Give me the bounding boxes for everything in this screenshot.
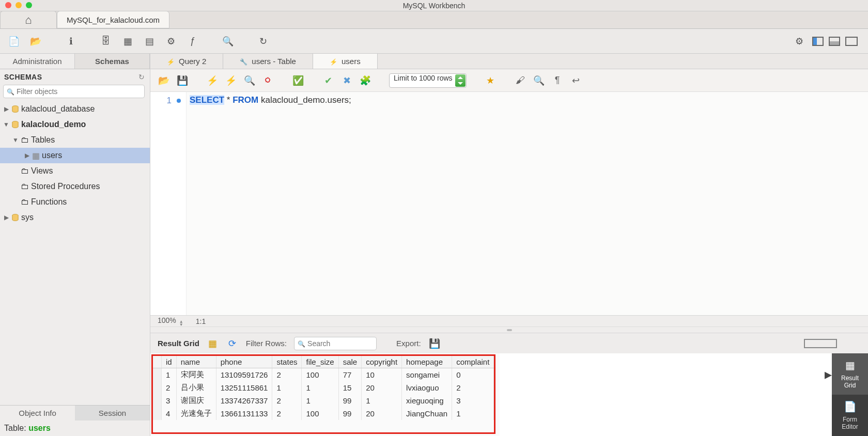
execute-current-icon[interactable]: ⚡ bbox=[225, 74, 237, 87]
toggle-secondary-icon[interactable] bbox=[845, 37, 858, 46]
find-icon[interactable]: 🔍 bbox=[533, 74, 545, 87]
tab-users-table[interactable]: users - Table bbox=[223, 54, 313, 69]
chevron-down-icon[interactable]: ▼ bbox=[3, 121, 9, 128]
cell[interactable]: 2 bbox=[272, 394, 302, 407]
column-header[interactable]: sale bbox=[338, 356, 362, 368]
column-header[interactable]: file_size bbox=[302, 356, 338, 368]
tab-administration[interactable]: Administration bbox=[0, 54, 74, 69]
settings-gear-icon[interactable]: ⚙ bbox=[792, 34, 807, 49]
filter-rows-input[interactable] bbox=[294, 337, 377, 350]
result-tab-grid[interactable]: ▦ Result Grid bbox=[832, 353, 868, 395]
open-file-icon[interactable]: 📂 bbox=[158, 74, 170, 87]
cell[interactable]: 2 bbox=[272, 407, 302, 420]
schema-node-kalacloud-demo[interactable]: ▼ kalacloud_demo bbox=[0, 117, 150, 132]
zoom-level[interactable]: 100%▲▼ bbox=[158, 316, 183, 326]
cell[interactable]: 3 bbox=[162, 394, 177, 407]
tab-users-query[interactable]: users bbox=[313, 54, 378, 69]
favorite-icon[interactable]: ★ bbox=[484, 74, 497, 87]
minimize-icon[interactable] bbox=[16, 2, 22, 8]
cell[interactable]: 2 bbox=[272, 368, 302, 382]
schema-node-sys[interactable]: ▶ sys bbox=[0, 210, 150, 225]
cell[interactable]: 4 bbox=[162, 407, 177, 420]
column-header[interactable]: id bbox=[162, 356, 177, 368]
grid-view-icon[interactable]: ▦ bbox=[207, 337, 219, 350]
cell[interactable]: 20 bbox=[362, 407, 402, 420]
column-header[interactable]: phone bbox=[216, 356, 272, 368]
cell[interactable]: 1 bbox=[272, 381, 302, 394]
cell[interactable]: lvxiaoguo bbox=[402, 381, 452, 394]
cell[interactable]: 13374267337 bbox=[216, 394, 272, 407]
cell[interactable]: 2 bbox=[162, 381, 177, 394]
close-icon[interactable] bbox=[5, 2, 11, 8]
row-handle[interactable] bbox=[153, 394, 162, 407]
chevron-right-icon[interactable]: ▶ bbox=[24, 152, 30, 159]
chevron-right-icon[interactable]: ▶ bbox=[3, 214, 9, 221]
cell[interactable]: 13109591726 bbox=[216, 368, 272, 382]
table-row[interactable]: 1宋阿美1310959172621007710songamei0 bbox=[153, 368, 494, 382]
cell[interactable]: 100 bbox=[302, 368, 338, 382]
functions-folder[interactable]: ▶ 🗀 Functions bbox=[0, 194, 150, 210]
cell[interactable]: 1 bbox=[302, 381, 338, 394]
cell[interactable]: xieguoqing bbox=[402, 394, 452, 407]
tab-object-info[interactable]: Object Info bbox=[0, 406, 75, 421]
row-handle[interactable] bbox=[153, 381, 162, 394]
table-row[interactable]: 4光速兔子1366113113321009920JiangChuan1 bbox=[153, 407, 494, 420]
open-sql-file-icon[interactable]: 📂 bbox=[28, 34, 43, 49]
cell[interactable]: 13661131133 bbox=[216, 407, 272, 420]
zoom-icon[interactable] bbox=[26, 2, 32, 8]
breakpoint-dot-icon[interactable] bbox=[177, 99, 181, 103]
cell[interactable]: 2 bbox=[452, 381, 494, 394]
add-sp-icon[interactable]: ⚙ bbox=[163, 34, 179, 49]
chevron-right-icon[interactable]: ▶ bbox=[3, 105, 9, 113]
invisible-chars-icon[interactable]: ¶ bbox=[551, 74, 564, 87]
beautify-icon[interactable]: 🖌 bbox=[514, 74, 526, 87]
column-header[interactable]: states bbox=[272, 356, 302, 368]
cell[interactable]: 吕小果 bbox=[176, 381, 216, 394]
toggle-icon[interactable]: 🧩 bbox=[359, 74, 371, 87]
schema-filter[interactable] bbox=[3, 85, 145, 98]
inspector-icon[interactable]: ℹ bbox=[63, 34, 79, 49]
result-tab-form[interactable]: 📄 Form Editor bbox=[832, 395, 868, 436]
search-table-icon[interactable]: 🔍 bbox=[220, 34, 236, 49]
refresh-results-icon[interactable]: ⟳ bbox=[226, 337, 239, 350]
cell[interactable]: JiangChuan bbox=[402, 407, 452, 420]
new-sql-tab-icon[interactable]: 📄 bbox=[6, 34, 22, 49]
table-row[interactable]: 2吕小果13251115861111520lvxiaoguo2 bbox=[153, 381, 494, 394]
cell[interactable]: 1 bbox=[302, 394, 338, 407]
column-header[interactable]: copyright bbox=[362, 356, 402, 368]
wrap-icon[interactable]: ↩ bbox=[570, 74, 582, 87]
home-tab[interactable] bbox=[0, 11, 57, 28]
execute-icon[interactable]: ⚡ bbox=[206, 74, 219, 87]
commit-icon[interactable]: ✅ bbox=[292, 74, 304, 87]
cell[interactable]: 1 bbox=[162, 368, 177, 382]
add-schema-icon[interactable]: 🗄 bbox=[98, 34, 114, 49]
tab-session[interactable]: Session bbox=[75, 406, 150, 421]
table-row[interactable]: 3谢国庆1337426733721991xieguoqing3 bbox=[153, 394, 494, 407]
connection-tab[interactable]: MySQL_for_kalacloud.com bbox=[57, 11, 169, 28]
add-table-icon[interactable]: ▦ bbox=[120, 34, 135, 49]
filter-rows-field[interactable] bbox=[307, 339, 373, 348]
zoom-stepper-icon[interactable]: ▲▼ bbox=[179, 320, 183, 326]
horizontal-splitter[interactable] bbox=[150, 326, 868, 333]
cell[interactable]: 光速兔子 bbox=[176, 407, 216, 420]
column-header[interactable]: name bbox=[176, 356, 216, 368]
views-folder[interactable]: ▶ 🗀 Views bbox=[0, 163, 150, 179]
cell[interactable]: 77 bbox=[338, 368, 362, 382]
autocommit-off-icon[interactable]: ✖ bbox=[340, 74, 353, 87]
toggle-output-icon[interactable] bbox=[829, 37, 840, 46]
stored-procedures-folder[interactable]: ▶ 🗀 Stored Procedures bbox=[0, 179, 150, 194]
cell[interactable]: 99 bbox=[338, 407, 362, 420]
cell[interactable]: 15 bbox=[338, 381, 362, 394]
reconnect-icon[interactable]: ↻ bbox=[255, 34, 271, 49]
refresh-icon[interactable] bbox=[138, 72, 145, 82]
table-node-users[interactable]: ▶ users bbox=[0, 148, 150, 163]
toggle-field-types-icon[interactable] bbox=[804, 339, 837, 348]
cell[interactable]: 谢国庆 bbox=[176, 394, 216, 407]
cell[interactable]: 13251115861 bbox=[216, 381, 272, 394]
result-grid[interactable]: idnamephonestatesfile_sizesalecopyrighth… bbox=[153, 356, 494, 420]
schema-node-kalacloud-database[interactable]: ▶ kalacloud_database bbox=[0, 101, 150, 117]
cell[interactable]: 99 bbox=[338, 394, 362, 407]
export-icon[interactable]: 💾 bbox=[428, 337, 441, 350]
stepper-icon[interactable] bbox=[455, 74, 466, 87]
column-header[interactable]: complaint bbox=[452, 356, 494, 368]
